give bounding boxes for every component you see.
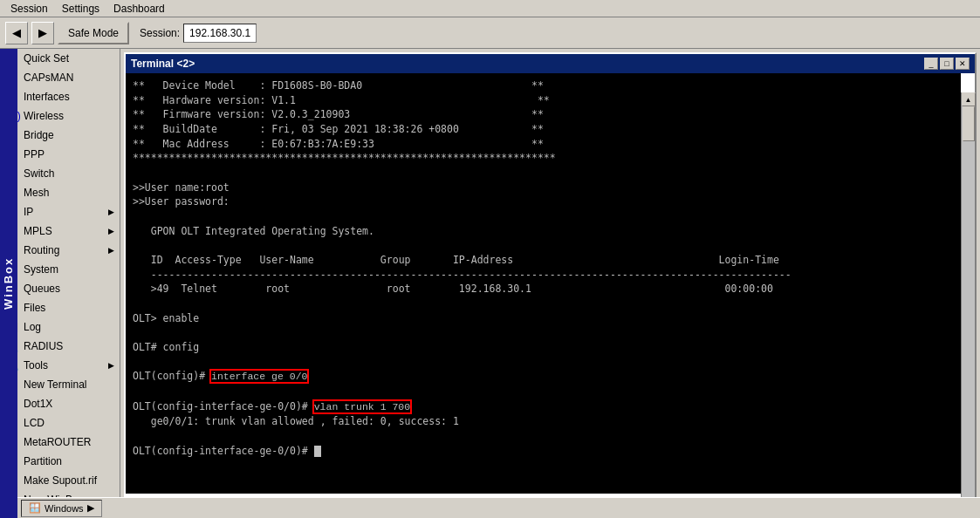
- sidebar-item-switch[interactable]: ⊟ Switch: [0, 164, 120, 183]
- sidebar-item-queues[interactable]: ≡ Queues: [0, 279, 120, 298]
- sidebar-item-bridge[interactable]: ⊞ Bridge: [0, 126, 120, 145]
- sidebar-label-dot1x: Dot1X: [24, 398, 52, 410]
- menu-session[interactable]: Session: [3, 1, 55, 17]
- sidebar-label-capsman: CAPsMAN: [24, 72, 73, 84]
- sidebar-label-system: System: [24, 263, 58, 276]
- sidebar-item-radius[interactable]: 👤 RADIUS: [0, 337, 120, 356]
- terminal-output: ** Device Model : FD1608S-B0-BDA0 ** ** …: [133, 78, 954, 458]
- sidebar-label-radius: RADIUS: [24, 340, 63, 352]
- back-button[interactable]: ◀: [5, 22, 28, 44]
- main-layout: ⚡ Quick Set ◉ CAPsMAN ▬ Interfaces ((·))…: [0, 49, 980, 518]
- sidebar-label-files: Files: [24, 302, 45, 314]
- sidebar-item-tools[interactable]: 🔧 Tools: [0, 356, 120, 375]
- sidebar-label-ppp: PPP: [24, 148, 45, 160]
- toolbar: ◀ ▶ Safe Mode Session: 192.168.30.1: [0, 17, 980, 49]
- content-area: Terminal <2> _ □ ✕ ** Device Model : FD1…: [120, 49, 980, 518]
- terminal-titlebar: Terminal <2> _ □ ✕: [126, 54, 975, 73]
- session-ip: 192.168.30.1: [183, 24, 257, 43]
- sidebar-item-quick-set[interactable]: ⚡ Quick Set: [0, 49, 120, 68]
- sidebar-label-quick-set: Quick Set: [24, 52, 69, 65]
- sidebar-label-metarouter: MetaROUTER: [24, 436, 91, 448]
- windows-bar-arrow: ▶: [87, 502, 94, 514]
- sidebar-item-files[interactable]: 📁 Files: [0, 298, 120, 317]
- windows-bar-item[interactable]: 🪟 Windows ▶: [21, 500, 102, 517]
- sidebar-label-mesh: Mesh: [24, 187, 49, 199]
- menu-bar: Session Settings Dashboard: [0, 0, 980, 17]
- sidebar-label-bridge: Bridge: [24, 129, 54, 141]
- sidebar-item-routing[interactable]: ↔ Routing: [0, 241, 120, 260]
- scroll-up-button[interactable]: ▲: [962, 92, 976, 106]
- sidebar-item-new-terminal[interactable]: ▶ New Terminal: [0, 375, 120, 394]
- command-interface: interface ge 0/0: [211, 371, 307, 382]
- sidebar-item-partition[interactable]: ⊟ Partition: [0, 452, 120, 471]
- sidebar-item-make-supout[interactable]: ⊡ Make Supout.rif: [0, 471, 120, 490]
- sidebar-label-wireless: Wireless: [24, 110, 64, 122]
- forward-button[interactable]: ▶: [31, 22, 54, 44]
- sidebar-item-mesh[interactable]: ✦ Mesh: [0, 183, 120, 202]
- sidebar-item-ppp[interactable]: ⊡ PPP: [0, 145, 120, 164]
- sidebar-item-dot1x[interactable]: ⊡ Dot1X: [0, 394, 120, 413]
- sidebar-label-new-terminal: New Terminal: [24, 378, 86, 391]
- sidebar-label-queues: Queues: [24, 283, 60, 295]
- terminal-maximize-button[interactable]: □: [940, 58, 954, 70]
- terminal-controls: _ □ ✕: [924, 58, 970, 70]
- sidebar-label-partition: Partition: [24, 455, 62, 467]
- sidebar-item-capsman[interactable]: ◉ CAPsMAN: [0, 68, 120, 87]
- terminal-window: Terminal <2> _ □ ✕ ** Device Model : FD1…: [124, 52, 977, 515]
- windows-bar: 🪟 Windows ▶: [17, 497, 980, 518]
- sidebar-item-system[interactable]: ⚙ System: [0, 260, 120, 279]
- sidebar: ⚡ Quick Set ◉ CAPsMAN ▬ Interfaces ((·))…: [0, 49, 120, 518]
- sidebar-label-interfaces: Interfaces: [24, 91, 70, 103]
- terminal-body[interactable]: ** Device Model : FD1608S-B0-BDA0 ** ** …: [126, 73, 961, 494]
- safe-mode-button[interactable]: Safe Mode: [58, 22, 129, 44]
- sidebar-item-wireless[interactable]: ((·)) Wireless: [0, 106, 120, 126]
- sidebar-item-interfaces[interactable]: ▬ Interfaces: [0, 87, 120, 106]
- sidebar-item-ip[interactable]: ⊡ IP: [0, 202, 120, 222]
- sidebar-item-log[interactable]: 📋 Log: [0, 317, 120, 337]
- scroll-track[interactable]: [962, 106, 975, 499]
- scroll-thumb[interactable]: [963, 106, 975, 141]
- windows-bar-icon: 🪟: [29, 502, 41, 514]
- terminal-scrollbar: ▲ ▼: [961, 92, 975, 513]
- windows-bar-label: Windows: [45, 503, 84, 514]
- sidebar-label-switch: Switch: [24, 167, 54, 180]
- menu-settings[interactable]: Settings: [55, 1, 106, 17]
- terminal-cursor: [314, 446, 321, 457]
- sidebar-item-mpls[interactable]: ⊡ MPLS: [0, 222, 120, 241]
- terminal-minimize-button[interactable]: _: [924, 58, 938, 70]
- session-label: Session:: [140, 27, 180, 39]
- sidebar-label-mpls: MPLS: [24, 225, 52, 237]
- sidebar-label-log: Log: [24, 321, 41, 333]
- sidebar-item-lcd[interactable]: ▦ LCD: [0, 413, 120, 433]
- sidebar-label-lcd: LCD: [24, 417, 45, 429]
- sidebar-label-make-supout: Make Supout.rif: [24, 474, 97, 487]
- menu-dashboard[interactable]: Dashboard: [106, 1, 172, 17]
- terminal-title: Terminal <2>: [131, 58, 924, 70]
- winbox-label: WinBox: [0, 49, 17, 518]
- sidebar-item-metarouter[interactable]: ⊡ MetaROUTER: [0, 433, 120, 452]
- sidebar-label-routing: Routing: [24, 244, 59, 256]
- terminal-close-button[interactable]: ✕: [956, 58, 970, 70]
- sidebar-label-ip: IP: [24, 206, 33, 218]
- command-vlan-trunk: vlan trunk 1 700: [314, 401, 410, 412]
- sidebar-label-tools: Tools: [24, 359, 48, 371]
